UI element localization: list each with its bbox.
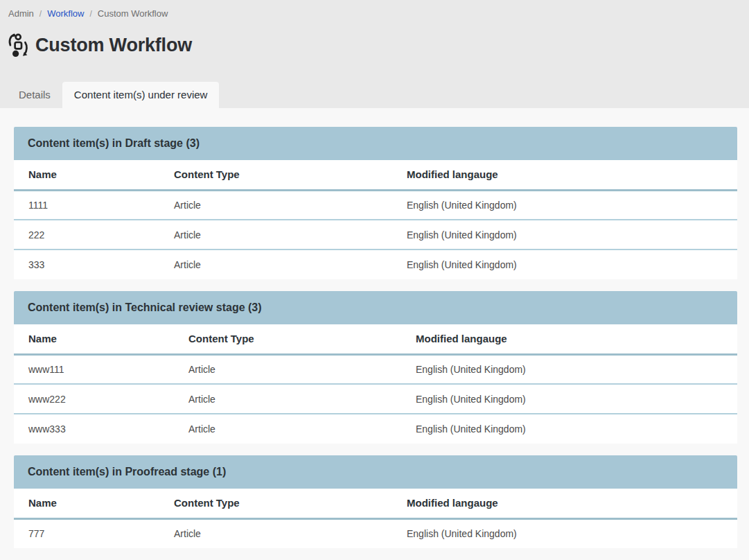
- page-title: Custom Workflow: [35, 35, 192, 56]
- cell-name: 1111: [14, 190, 159, 220]
- tab-content-item-s-under-review[interactable]: Content item(s) under review: [62, 82, 220, 108]
- column-header-modified-langauge: Modified langauge: [392, 160, 737, 190]
- column-header-name: Name: [14, 160, 159, 190]
- column-header-content-type: Content Type: [159, 489, 392, 518]
- table-row[interactable]: 777ArticleEnglish (United Kingdom): [14, 518, 737, 548]
- cell-modified-language: English (United Kingdom): [401, 354, 737, 384]
- table-header-row: NameContent TypeModified langauge: [14, 324, 737, 354]
- cell-name: 222: [14, 220, 159, 250]
- cell-name: www111: [14, 354, 174, 384]
- breadcrumb-item-workflow[interactable]: Workflow: [47, 8, 84, 19]
- cell-modified-language: English (United Kingdom): [401, 384, 737, 414]
- cell-content-type: Article: [159, 220, 392, 250]
- stage-table: NameContent TypeModified langaugewww111A…: [14, 324, 737, 444]
- stage-header: Content item(s) in Draft stage (3): [14, 127, 737, 160]
- cell-modified-language: English (United Kingdom): [392, 518, 737, 548]
- page-header: Admin/Workflow/Custom Workflow Custom Wo…: [0, 0, 749, 108]
- cell-content-type: Article: [174, 414, 401, 444]
- tab-bar: DetailsContent item(s) under review: [0, 82, 219, 108]
- cell-name: www222: [14, 384, 174, 414]
- column-header-content-type: Content Type: [174, 324, 401, 354]
- stage-header: Content item(s) in Technical review stag…: [14, 291, 737, 324]
- column-header-name: Name: [14, 324, 174, 354]
- breadcrumb-separator: /: [89, 9, 91, 19]
- cell-name: www333: [14, 414, 174, 444]
- table-row[interactable]: 222ArticleEnglish (United Kingdom): [14, 220, 737, 250]
- table-header-row: NameContent TypeModified langauge: [14, 489, 737, 518]
- cell-modified-language: English (United Kingdom): [401, 414, 737, 444]
- stage-table: NameContent TypeModified langauge777Arti…: [14, 489, 737, 548]
- table-row[interactable]: www333ArticleEnglish (United Kingdom): [14, 414, 737, 444]
- cell-content-type: Article: [159, 250, 392, 279]
- stage-section-content-item-s-in-technical-review-stage-3: Content item(s) in Technical review stag…: [14, 291, 737, 444]
- title-row: Custom Workflow: [0, 33, 749, 57]
- cell-content-type: Article: [174, 384, 401, 414]
- cell-modified-language: English (United Kingdom): [392, 190, 737, 220]
- cell-content-type: Article: [159, 190, 392, 220]
- stage-header: Content item(s) in Proofread stage (1): [14, 455, 737, 489]
- cell-modified-language: English (United Kingdom): [392, 220, 737, 250]
- column-header-modified-langauge: Modified langauge: [392, 489, 737, 518]
- cell-content-type: Article: [159, 518, 392, 548]
- cell-modified-language: English (United Kingdom): [392, 250, 737, 279]
- breadcrumb-separator: /: [39, 9, 42, 19]
- column-header-modified-langauge: Modified langauge: [401, 324, 737, 354]
- table-row[interactable]: 333ArticleEnglish (United Kingdom): [14, 250, 737, 279]
- stage-table: NameContent TypeModified langauge1111Art…: [14, 160, 737, 279]
- cell-name: 777: [14, 518, 159, 548]
- tab-details[interactable]: Details: [7, 82, 62, 108]
- column-header-name: Name: [14, 489, 159, 518]
- table-header-row: NameContent TypeModified langauge: [14, 160, 737, 190]
- cell-content-type: Article: [174, 354, 401, 384]
- workflow-icon: [7, 33, 29, 57]
- content-area: Content item(s) in Draft stage (3)NameCo…: [0, 108, 749, 548]
- table-row[interactable]: 1111ArticleEnglish (United Kingdom): [14, 190, 737, 220]
- breadcrumb-item-admin: Admin: [8, 8, 34, 19]
- stage-section-content-item-s-in-draft-stage-3: Content item(s) in Draft stage (3)NameCo…: [14, 127, 737, 279]
- cell-name: 333: [14, 250, 159, 279]
- breadcrumb-item-custom-workflow: Custom Workflow: [98, 8, 168, 19]
- stage-section-content-item-s-in-proofread-stage-1: Content item(s) in Proofread stage (1)Na…: [14, 455, 737, 548]
- breadcrumb: Admin/Workflow/Custom Workflow: [0, 0, 749, 19]
- table-row[interactable]: www222ArticleEnglish (United Kingdom): [14, 384, 737, 414]
- column-header-content-type: Content Type: [159, 160, 392, 190]
- table-row[interactable]: www111ArticleEnglish (United Kingdom): [14, 354, 737, 384]
